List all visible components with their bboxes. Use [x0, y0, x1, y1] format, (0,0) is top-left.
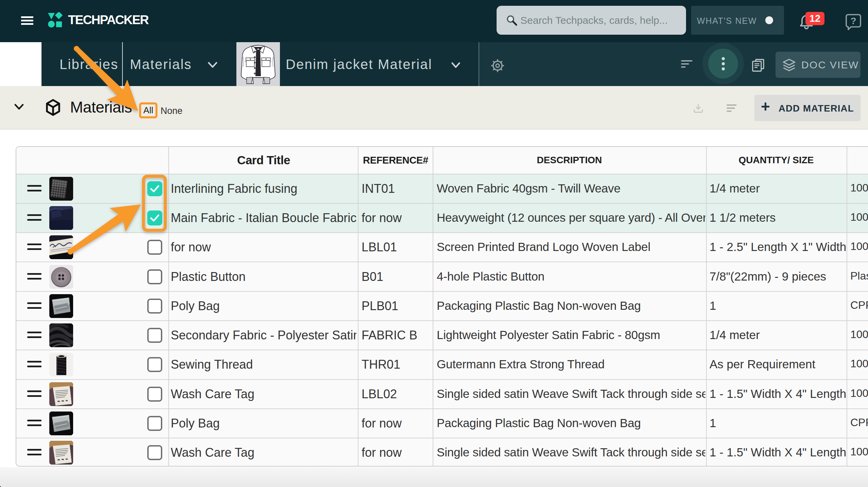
svg-text:?: ?	[850, 16, 856, 26]
